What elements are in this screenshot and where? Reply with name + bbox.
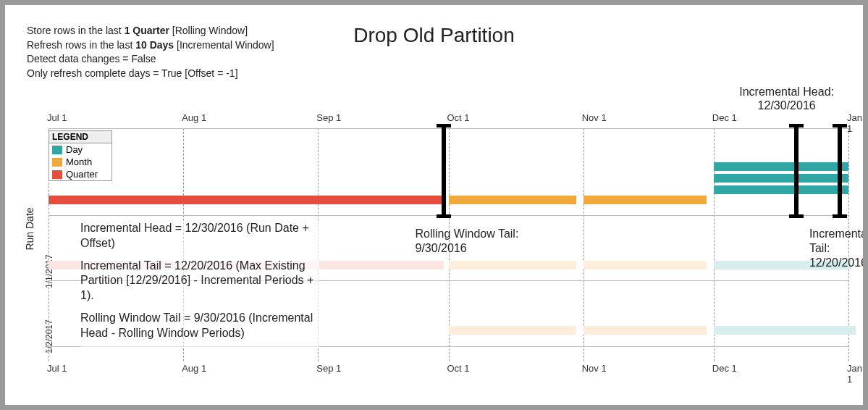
x-tick: Aug 1 <box>182 112 206 123</box>
meta-text: Only refresh complete days = True [Offse… <box>27 67 274 81</box>
day-cell <box>848 326 856 335</box>
x-tick: Sep 1 <box>316 363 341 374</box>
ann-label: Incremental Tail: <box>809 227 868 254</box>
ann-date: 12/20/2016 <box>809 256 867 269</box>
x-tick: Oct 1 <box>447 363 470 374</box>
explain-line: Rolling Window Tail = 9/30/2016 (Increme… <box>80 311 319 341</box>
legend-swatch-month <box>52 158 62 167</box>
ann-label: Rolling Window Tail: <box>415 227 518 240</box>
y-axis-title: Run Date <box>24 207 35 250</box>
meta-bold: 10 Days <box>135 39 174 51</box>
legend-swatch-day <box>52 146 62 154</box>
legend-label: Quarter <box>66 169 98 180</box>
x-axis-bottom: Jul 1Aug 1Sep 1Oct 1Nov 1Dec 1Jan 1 <box>49 363 848 377</box>
meta-bold: 1 Quarter <box>125 25 169 36</box>
month-bar <box>583 261 707 269</box>
x-tick: Nov 1 <box>582 112 607 123</box>
legend-label: Day <box>66 144 83 155</box>
meta-text: Store rows in the last <box>27 25 125 36</box>
x-tick: Jul 1 <box>47 363 67 374</box>
annotation-rolling-tail: Rolling Window Tail: 9/30/2016 <box>415 227 518 256</box>
marker-incremental-tail <box>794 124 799 218</box>
callout-label: Incremental Head: <box>739 85 834 98</box>
marker-rolling-tail <box>442 124 446 218</box>
quarter-bar <box>49 196 444 204</box>
x-tick: Sep 1 <box>316 112 341 123</box>
row-main: LEGEND Day Month Quarter <box>49 128 848 216</box>
legend: LEGEND Day Month Quarter <box>49 130 112 181</box>
month-bar <box>583 196 707 204</box>
meta-text: Refresh rows in the last <box>27 39 135 51</box>
x-tick: Dec 1 <box>712 363 737 374</box>
chart-frame: { "title": "Drop Old Partition", "meta":… <box>0 0 868 410</box>
meta-text: [Rolling Window] <box>169 25 248 36</box>
marker-incremental-head <box>838 124 842 218</box>
explain-line: Incremental Head = 12/30/2016 (Run Date … <box>80 221 319 251</box>
legend-swatch-quarter <box>52 170 62 179</box>
annotation-incremental-tail: Incremental Tail: 12/20/2016 <box>809 227 868 270</box>
legend-label: Month <box>66 156 92 167</box>
x-tick: Oct 1 <box>447 112 470 123</box>
ann-date: 9/30/2016 <box>415 242 466 254</box>
month-bar <box>449 196 576 204</box>
explain-line: Incremental Tail = 12/20/2016 (Max Exist… <box>80 259 319 304</box>
x-tick: Jan 1 <box>847 363 862 385</box>
meta-text: Detect data changes = False <box>27 52 274 67</box>
legend-title: LEGEND <box>49 131 111 143</box>
x-tick: Dec 1 <box>712 112 737 123</box>
x-tick: Aug 1 <box>182 363 206 374</box>
x-tick: Jan 1 <box>847 112 862 134</box>
explanation-box: Incremental Head = 12/30/2016 (Run Date … <box>80 221 319 348</box>
month-bar <box>449 326 576 335</box>
incremental-head-callout: Incremental Head: 12/30/2016 <box>739 85 834 112</box>
x-tick: Jul 1 <box>47 112 67 123</box>
month-bar <box>583 326 707 335</box>
x-tick: Nov 1 <box>582 363 607 374</box>
meta-text: [Incremental Window] <box>174 39 274 51</box>
callout-date: 12/30/2016 <box>758 99 816 112</box>
plot-area: Run Date Jul 1Aug 1Sep 1Oct 1Nov 1Dec 1J… <box>49 128 848 361</box>
month-bar <box>449 261 576 269</box>
y-tick-label: 1/2/2017 <box>44 332 54 353</box>
config-summary: Store rows in the last 1 Quarter [Rollin… <box>27 24 274 80</box>
